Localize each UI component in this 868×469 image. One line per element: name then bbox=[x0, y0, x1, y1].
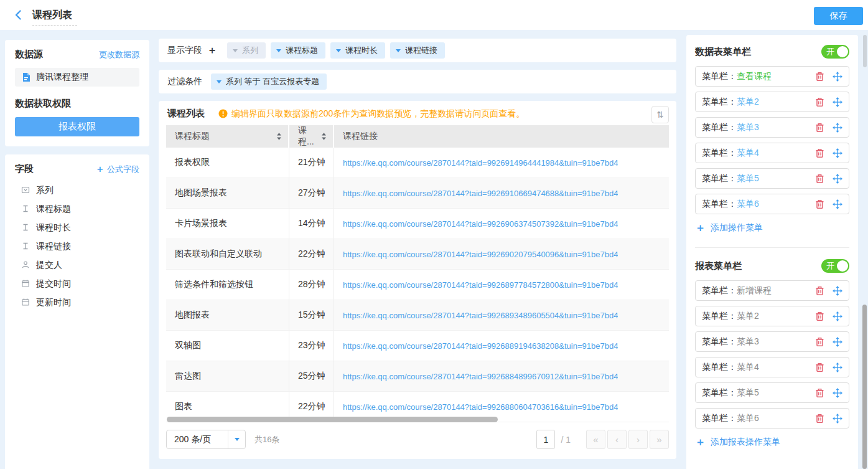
menu-item-value[interactable]: 菜单5 bbox=[737, 173, 759, 184]
move-icon[interactable] bbox=[833, 72, 842, 82]
table-row: 双轴图23分钟https://ke.qq.com/course/2870144?… bbox=[166, 331, 669, 361]
course-link[interactable]: https://ke.qq.com/course/2870144?taid=99… bbox=[343, 280, 618, 290]
trash-icon[interactable] bbox=[815, 311, 824, 321]
report-permission-button[interactable]: 报表权限 bbox=[15, 117, 139, 136]
column-header[interactable]: 课程... bbox=[289, 125, 334, 148]
menu-item-value[interactable]: 菜单2 bbox=[737, 311, 759, 322]
trash-icon[interactable] bbox=[815, 362, 824, 372]
display-field-chip[interactable]: 课程链接 bbox=[390, 42, 445, 59]
next-page-icon[interactable]: › bbox=[628, 430, 648, 449]
section-toggle[interactable]: 开 bbox=[821, 259, 849, 273]
field-item[interactable]: 课程链接 bbox=[15, 237, 139, 256]
field-item[interactable]: 课程标题 bbox=[15, 200, 139, 219]
field-item[interactable]: 提交时间 bbox=[15, 275, 139, 293]
menu-item-value[interactable]: 菜单6 bbox=[737, 199, 759, 210]
trash-icon[interactable] bbox=[815, 97, 824, 107]
course-link[interactable]: https://ke.qq.com/course/2870144?taid=99… bbox=[343, 341, 618, 351]
column-header[interactable]: 课程标题 bbox=[166, 125, 289, 148]
row-order-button[interactable]: ⇅ bbox=[651, 106, 669, 123]
menu-item-value[interactable]: 菜单3 bbox=[737, 122, 759, 133]
first-page-icon[interactable]: « bbox=[586, 430, 605, 449]
menu-section-header: 报表菜单栏开 bbox=[695, 259, 849, 273]
add-display-field-icon[interactable]: ＋ bbox=[207, 44, 217, 57]
menu-item-value[interactable]: 菜单3 bbox=[737, 336, 759, 348]
move-icon[interactable] bbox=[833, 388, 842, 398]
trash-icon[interactable] bbox=[815, 72, 824, 82]
change-datasource-link[interactable]: 更改数据源 bbox=[99, 49, 139, 60]
trash-icon[interactable] bbox=[815, 286, 824, 296]
move-icon[interactable] bbox=[833, 286, 842, 296]
course-link[interactable]: https://ke.qq.com/course/2870144?taid=99… bbox=[343, 158, 618, 168]
menu-item-value[interactable]: 查看课程 bbox=[737, 71, 772, 82]
menu-item: 菜单栏：菜单6 bbox=[695, 194, 849, 214]
move-icon[interactable] bbox=[833, 174, 842, 184]
trash-icon[interactable] bbox=[815, 414, 824, 424]
course-title-cell: 地图报表 bbox=[166, 300, 289, 330]
move-icon[interactable] bbox=[833, 148, 842, 158]
datasource-item[interactable]: 腾讯课程整理 bbox=[15, 68, 139, 87]
last-page-icon[interactable]: » bbox=[650, 430, 669, 449]
page-number-input[interactable]: 1 bbox=[536, 430, 555, 449]
menu-item-value[interactable]: 新增课程 bbox=[737, 285, 772, 296]
menu-item-value[interactable]: 菜单5 bbox=[737, 387, 759, 399]
top-scrollbar-thumb[interactable] bbox=[863, 35, 867, 67]
menu-item: 菜单栏：菜单4 bbox=[695, 357, 849, 377]
section-toggle[interactable]: 开 bbox=[821, 45, 849, 59]
menu-item-value[interactable]: 菜单2 bbox=[737, 97, 759, 108]
add-formula-field-link[interactable]: ＋公式字段 bbox=[95, 163, 139, 175]
column-sort-icon[interactable] bbox=[321, 132, 327, 141]
move-icon[interactable] bbox=[833, 311, 842, 321]
menu-item: 菜单栏：查看课程 bbox=[695, 66, 849, 87]
trash-icon[interactable] bbox=[815, 199, 824, 209]
trash-icon[interactable] bbox=[815, 148, 824, 158]
add-action-menu-link[interactable]: ＋添加操作菜单 bbox=[695, 220, 849, 235]
course-link[interactable]: https://ke.qq.com/course/2870144?taid=99… bbox=[343, 250, 618, 259]
display-fields-label: 显示字段 bbox=[167, 45, 202, 56]
display-field-chip[interactable]: 课程标题 bbox=[271, 42, 325, 59]
field-item[interactable]: 课程时长 bbox=[15, 219, 139, 237]
course-duration-cell: 28分钟 bbox=[289, 270, 334, 300]
course-link-cell: https://ke.qq.com/course/2870144?taid=99… bbox=[334, 270, 669, 300]
display-field-chip[interactable]: 系列 bbox=[227, 42, 266, 59]
fields-panel: 字段 ＋公式字段 系列课程标题课程时长课程链接提交人提交时间更新时间 bbox=[5, 154, 149, 469]
menu-item-value[interactable]: 菜单6 bbox=[737, 413, 759, 424]
course-link[interactable]: https://ke.qq.com/course/2870144?taid=99… bbox=[343, 219, 618, 229]
title-underline bbox=[32, 25, 77, 26]
display-fields-bar: 显示字段 ＋ 系列课程标题课程时长课程链接 bbox=[159, 39, 676, 62]
menu-item-value[interactable]: 菜单4 bbox=[737, 148, 759, 159]
trash-icon[interactable] bbox=[815, 388, 824, 398]
course-link[interactable]: https://ke.qq.com/course/2870144?taid=99… bbox=[343, 372, 618, 381]
filter-condition-chip[interactable]: 系列 等于 百宝云报表专题 bbox=[211, 73, 327, 90]
add-report-action-menu-link[interactable]: ＋添加报表操作菜单 bbox=[695, 435, 849, 449]
toggle-on-label: 开 bbox=[826, 47, 834, 57]
move-icon[interactable] bbox=[833, 97, 842, 107]
move-icon[interactable] bbox=[833, 414, 842, 424]
horizontal-scrollbar-thumb[interactable] bbox=[167, 417, 498, 422]
course-duration-cell: 15分钟 bbox=[289, 300, 334, 330]
column-sort-icon[interactable] bbox=[276, 132, 282, 141]
back-button[interactable] bbox=[12, 9, 25, 21]
chip-label: 课程时长 bbox=[345, 45, 378, 56]
save-button[interactable]: 保存 bbox=[814, 7, 863, 25]
trash-icon[interactable] bbox=[815, 174, 824, 184]
display-field-chip[interactable]: 课程时长 bbox=[330, 42, 385, 59]
course-link[interactable]: https://ke.qq.com/course/2870144?taid=99… bbox=[343, 402, 618, 412]
move-icon[interactable] bbox=[833, 199, 842, 209]
trash-icon[interactable] bbox=[815, 123, 824, 133]
prev-page-icon[interactable]: ‹ bbox=[607, 430, 627, 449]
course-link[interactable]: https://ke.qq.com/course/2870144?taid=99… bbox=[343, 189, 618, 198]
vertical-scrollbar-thumb[interactable] bbox=[862, 305, 867, 469]
field-item[interactable]: 更新时间 bbox=[15, 293, 139, 312]
course-link[interactable]: https://ke.qq.com/course/2870144?taid=99… bbox=[343, 311, 618, 320]
move-icon[interactable] bbox=[833, 123, 842, 133]
field-item[interactable]: 系列 bbox=[15, 181, 139, 200]
course-table: 课程标题课程...课程链接 报表权限21分钟https://ke.qq.com/… bbox=[166, 125, 669, 422]
field-item[interactable]: 提交人 bbox=[15, 256, 139, 275]
move-icon[interactable] bbox=[833, 362, 842, 372]
menu-item-prefix: 菜单栏： bbox=[702, 413, 737, 424]
move-icon[interactable] bbox=[833, 337, 842, 347]
page-size-select[interactable]: 200 条/页 bbox=[166, 430, 246, 449]
menu-item: 菜单栏：新增课程 bbox=[695, 280, 849, 301]
menu-item-value[interactable]: 菜单4 bbox=[737, 362, 759, 373]
trash-icon[interactable] bbox=[815, 337, 824, 347]
